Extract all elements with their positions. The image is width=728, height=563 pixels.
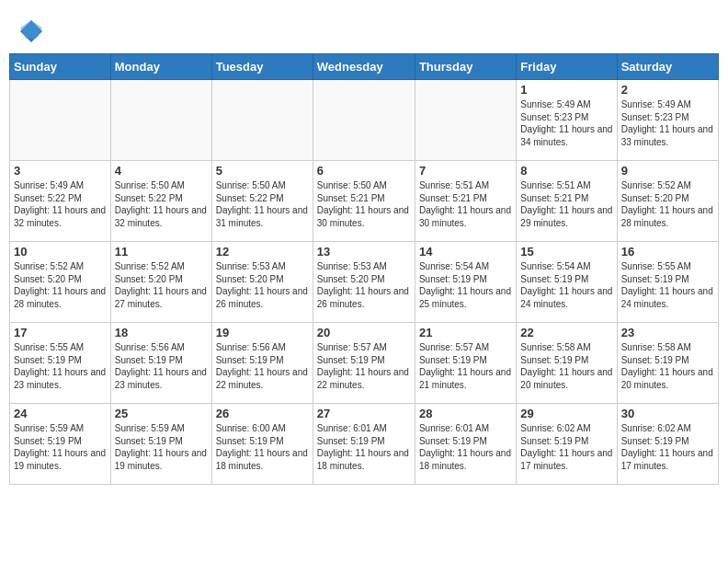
calendar-cell: 3Sunrise: 5:49 AMSunset: 5:22 PMDaylight… bbox=[10, 161, 111, 242]
day-number: 4 bbox=[115, 164, 208, 178]
day-number: 5 bbox=[216, 164, 309, 178]
day-detail: Sunrise: 6:00 AMSunset: 5:19 PMDaylight:… bbox=[216, 422, 309, 472]
day-number: 22 bbox=[520, 326, 612, 339]
day-detail: Sunrise: 5:50 AMSunset: 5:21 PMDaylight:… bbox=[317, 179, 411, 229]
day-number: 21 bbox=[419, 326, 512, 339]
day-detail: Sunrise: 5:49 AMSunset: 5:23 PMDaylight:… bbox=[520, 98, 612, 148]
calendar-cell bbox=[313, 80, 415, 161]
calendar-cell: 26Sunrise: 6:00 AMSunset: 5:19 PMDayligh… bbox=[211, 404, 313, 485]
calendar-cell: 10Sunrise: 5:52 AMSunset: 5:20 PMDayligh… bbox=[10, 242, 111, 323]
day-detail: Sunrise: 5:50 AMSunset: 5:22 PMDaylight:… bbox=[216, 179, 309, 229]
day-number: 2 bbox=[621, 83, 714, 97]
calendar-cell: 19Sunrise: 5:56 AMSunset: 5:19 PMDayligh… bbox=[211, 323, 313, 404]
day-number: 9 bbox=[621, 164, 714, 178]
day-number: 28 bbox=[419, 407, 512, 420]
day-detail: Sunrise: 5:57 AMSunset: 5:19 PMDaylight:… bbox=[317, 341, 411, 391]
calendar-cell: 30Sunrise: 6:02 AMSunset: 5:19 PMDayligh… bbox=[617, 404, 718, 485]
day-number: 18 bbox=[115, 326, 208, 339]
day-detail: Sunrise: 5:58 AMSunset: 5:19 PMDaylight:… bbox=[621, 341, 714, 391]
day-detail: Sunrise: 5:53 AMSunset: 5:20 PMDaylight:… bbox=[216, 260, 309, 310]
day-detail: Sunrise: 5:59 AMSunset: 5:19 PMDaylight:… bbox=[14, 422, 107, 472]
day-detail: Sunrise: 5:59 AMSunset: 5:19 PMDaylight:… bbox=[115, 422, 208, 472]
calendar-cell bbox=[110, 80, 211, 161]
calendar-cell: 14Sunrise: 5:54 AMSunset: 5:19 PMDayligh… bbox=[415, 242, 516, 323]
day-detail: Sunrise: 5:52 AMSunset: 5:20 PMDaylight:… bbox=[621, 179, 714, 229]
day-detail: Sunrise: 5:57 AMSunset: 5:19 PMDaylight:… bbox=[419, 341, 512, 391]
weekday-header-sunday: Sunday bbox=[10, 54, 111, 80]
weekday-header-friday: Friday bbox=[517, 54, 617, 80]
calendar-week-1: 1Sunrise: 5:49 AMSunset: 5:23 PMDaylight… bbox=[10, 80, 719, 161]
day-number: 12 bbox=[216, 245, 309, 259]
calendar-cell: 24Sunrise: 5:59 AMSunset: 5:19 PMDayligh… bbox=[10, 404, 111, 485]
calendar-cell: 6Sunrise: 5:50 AMSunset: 5:21 PMDaylight… bbox=[313, 161, 415, 242]
day-detail: Sunrise: 5:53 AMSunset: 5:20 PMDaylight:… bbox=[317, 260, 411, 310]
day-detail: Sunrise: 5:54 AMSunset: 5:19 PMDaylight:… bbox=[419, 260, 512, 310]
day-number: 11 bbox=[115, 245, 208, 259]
calendar-cell: 8Sunrise: 5:51 AMSunset: 5:21 PMDaylight… bbox=[517, 161, 617, 242]
calendar-cell: 9Sunrise: 5:52 AMSunset: 5:20 PMDaylight… bbox=[617, 161, 718, 242]
day-number: 26 bbox=[216, 407, 309, 420]
calendar-cell: 18Sunrise: 5:56 AMSunset: 5:19 PMDayligh… bbox=[110, 323, 211, 404]
day-number: 19 bbox=[216, 326, 309, 339]
day-detail: Sunrise: 5:51 AMSunset: 5:21 PMDaylight:… bbox=[419, 179, 512, 229]
day-number: 16 bbox=[621, 245, 714, 259]
day-number: 13 bbox=[317, 245, 411, 259]
day-number: 25 bbox=[115, 407, 208, 420]
calendar-week-3: 10Sunrise: 5:52 AMSunset: 5:20 PMDayligh… bbox=[10, 242, 719, 323]
calendar-cell: 27Sunrise: 6:01 AMSunset: 5:19 PMDayligh… bbox=[313, 404, 415, 485]
weekday-header-thursday: Thursday bbox=[415, 54, 516, 80]
day-detail: Sunrise: 5:56 AMSunset: 5:19 PMDaylight:… bbox=[115, 341, 208, 391]
day-number: 27 bbox=[317, 407, 411, 420]
calendar-cell: 25Sunrise: 5:59 AMSunset: 5:19 PMDayligh… bbox=[110, 404, 211, 485]
logo bbox=[18, 18, 46, 44]
calendar-week-4: 17Sunrise: 5:55 AMSunset: 5:19 PMDayligh… bbox=[10, 323, 719, 404]
day-detail: Sunrise: 6:02 AMSunset: 5:19 PMDaylight:… bbox=[520, 422, 612, 472]
calendar-cell: 20Sunrise: 5:57 AMSunset: 5:19 PMDayligh… bbox=[313, 323, 415, 404]
day-number: 3 bbox=[14, 164, 107, 178]
calendar-cell: 28Sunrise: 6:01 AMSunset: 5:19 PMDayligh… bbox=[415, 404, 516, 485]
day-detail: Sunrise: 5:56 AMSunset: 5:19 PMDaylight:… bbox=[216, 341, 309, 391]
day-detail: Sunrise: 6:02 AMSunset: 5:19 PMDaylight:… bbox=[621, 422, 714, 472]
weekday-header-wednesday: Wednesday bbox=[313, 54, 415, 80]
day-detail: Sunrise: 5:55 AMSunset: 5:19 PMDaylight:… bbox=[14, 341, 107, 391]
calendar-cell: 5Sunrise: 5:50 AMSunset: 5:22 PMDaylight… bbox=[211, 161, 313, 242]
calendar-cell: 4Sunrise: 5:50 AMSunset: 5:22 PMDaylight… bbox=[110, 161, 211, 242]
calendar-cell: 2Sunrise: 5:49 AMSunset: 5:23 PMDaylight… bbox=[617, 80, 718, 161]
calendar-cell: 17Sunrise: 5:55 AMSunset: 5:19 PMDayligh… bbox=[10, 323, 111, 404]
calendar-table: SundayMondayTuesdayWednesdayThursdayFrid… bbox=[9, 53, 719, 485]
weekday-header-saturday: Saturday bbox=[617, 54, 718, 80]
day-detail: Sunrise: 5:49 AMSunset: 5:22 PMDaylight:… bbox=[14, 179, 107, 229]
day-number: 6 bbox=[317, 164, 411, 178]
calendar-cell: 15Sunrise: 5:54 AMSunset: 5:19 PMDayligh… bbox=[517, 242, 617, 323]
weekday-header-monday: Monday bbox=[110, 54, 211, 80]
calendar-week-5: 24Sunrise: 5:59 AMSunset: 5:19 PMDayligh… bbox=[10, 404, 719, 485]
day-number: 15 bbox=[520, 245, 612, 259]
day-detail: Sunrise: 5:52 AMSunset: 5:20 PMDaylight:… bbox=[14, 260, 107, 310]
day-number: 30 bbox=[621, 407, 714, 420]
calendar-cell: 21Sunrise: 5:57 AMSunset: 5:19 PMDayligh… bbox=[415, 323, 516, 404]
calendar-cell: 12Sunrise: 5:53 AMSunset: 5:20 PMDayligh… bbox=[211, 242, 313, 323]
calendar-cell: 7Sunrise: 5:51 AMSunset: 5:21 PMDaylight… bbox=[415, 161, 516, 242]
day-detail: Sunrise: 6:01 AMSunset: 5:19 PMDaylight:… bbox=[317, 422, 411, 472]
day-detail: Sunrise: 6:01 AMSunset: 5:19 PMDaylight:… bbox=[419, 422, 512, 472]
calendar-cell bbox=[415, 80, 516, 161]
day-number: 20 bbox=[317, 326, 411, 339]
day-number: 7 bbox=[419, 164, 512, 178]
day-number: 14 bbox=[419, 245, 512, 259]
day-detail: Sunrise: 5:51 AMSunset: 5:21 PMDaylight:… bbox=[520, 179, 612, 229]
day-detail: Sunrise: 5:54 AMSunset: 5:19 PMDaylight:… bbox=[520, 260, 612, 310]
day-number: 17 bbox=[14, 326, 107, 339]
day-number: 1 bbox=[520, 83, 612, 97]
calendar-cell: 29Sunrise: 6:02 AMSunset: 5:19 PMDayligh… bbox=[517, 404, 617, 485]
day-number: 29 bbox=[520, 407, 612, 420]
calendar-cell bbox=[211, 80, 313, 161]
calendar-week-2: 3Sunrise: 5:49 AMSunset: 5:22 PMDaylight… bbox=[10, 161, 719, 242]
day-number: 10 bbox=[14, 245, 107, 259]
calendar-cell: 1Sunrise: 5:49 AMSunset: 5:23 PMDaylight… bbox=[517, 80, 617, 161]
weekday-header-tuesday: Tuesday bbox=[211, 54, 313, 80]
calendar-cell: 16Sunrise: 5:55 AMSunset: 5:19 PMDayligh… bbox=[617, 242, 718, 323]
calendar-cell: 13Sunrise: 5:53 AMSunset: 5:20 PMDayligh… bbox=[313, 242, 415, 323]
day-number: 8 bbox=[520, 164, 612, 178]
calendar-cell: 22Sunrise: 5:58 AMSunset: 5:19 PMDayligh… bbox=[517, 323, 617, 404]
svg-marker-1 bbox=[20, 20, 42, 39]
